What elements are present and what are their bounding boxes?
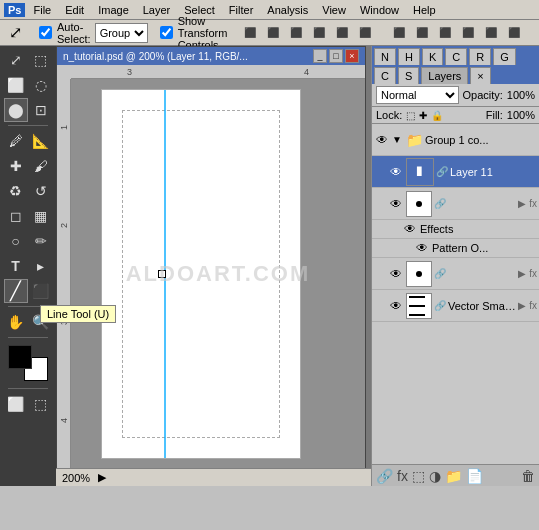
menu-view[interactable]: View bbox=[316, 2, 352, 18]
layer-sub1[interactable]: 👁 🔗 ▶ fx bbox=[372, 188, 539, 220]
new-layer-btn[interactable]: 📄 bbox=[466, 468, 483, 484]
tool-dodge[interactable]: ○ bbox=[4, 229, 28, 253]
align-middle-btn[interactable]: ⬛ bbox=[331, 24, 353, 41]
distribute-3-btn[interactable]: ⬛ bbox=[434, 24, 456, 41]
auto-select-checkbox[interactable] bbox=[39, 26, 52, 39]
canvas-minimize-btn[interactable]: _ bbox=[313, 49, 327, 63]
panel-tab-g[interactable]: G bbox=[493, 48, 516, 65]
lock-pixels-icon[interactable]: ⬚ bbox=[406, 110, 415, 121]
tool-artboard[interactable]: ⬚ bbox=[29, 48, 53, 72]
align-top-btn[interactable]: ⬛ bbox=[308, 24, 330, 41]
tool-pen[interactable]: ✏ bbox=[29, 229, 53, 253]
delete-layer-btn[interactable]: 🗑 bbox=[521, 468, 535, 484]
layers-list: 👁 ▼ 📁 Group 1 co... 👁 ▊ 🔗 Layer 11 👁 bbox=[372, 124, 539, 464]
show-transform-checkbox[interactable] bbox=[160, 26, 173, 39]
align-right-btn[interactable]: ⬛ bbox=[285, 24, 307, 41]
lock-all-icon[interactable]: 🔒 bbox=[431, 110, 443, 121]
layer-group1-eye[interactable]: 👁 bbox=[374, 132, 390, 148]
layer-11[interactable]: 👁 ▊ 🔗 Layer 11 bbox=[372, 156, 539, 188]
layer-sub2-fx: ▶ fx bbox=[518, 268, 537, 279]
layer-vector-thumb bbox=[406, 293, 432, 319]
ruler-v-1: 1 bbox=[59, 125, 69, 130]
layer-mask-btn[interactable]: ⬚ bbox=[412, 468, 425, 484]
effects-eye[interactable]: 👁 bbox=[404, 222, 416, 236]
tool-eyedropper[interactable]: 🖉 bbox=[4, 129, 28, 153]
tool-3d[interactable]: ⬛ bbox=[29, 279, 53, 303]
color-picker[interactable] bbox=[8, 345, 48, 381]
tool-screen-mode[interactable]: ⬚ bbox=[29, 392, 53, 416]
align-left-btn[interactable]: ⬛ bbox=[239, 24, 261, 41]
layer-vector-eye[interactable]: 👁 bbox=[388, 298, 404, 314]
panel-tab-c1[interactable]: C bbox=[445, 48, 467, 65]
tool-quick-select[interactable]: ⬤ bbox=[4, 98, 28, 122]
tool-crop[interactable]: ⊡ bbox=[29, 98, 53, 122]
layer-sub1-eye[interactable]: 👁 bbox=[388, 196, 404, 212]
blend-mode-select[interactable]: Normal bbox=[376, 86, 459, 104]
menu-window[interactable]: Window bbox=[354, 2, 405, 18]
canvas-close-btn[interactable]: × bbox=[345, 49, 359, 63]
panel-tab-n[interactable]: N bbox=[374, 48, 396, 65]
tool-clone[interactable]: ♻ bbox=[4, 179, 28, 203]
tool-gradient[interactable]: ▦ bbox=[29, 204, 53, 228]
panel-tab-c2[interactable]: C bbox=[374, 67, 396, 84]
panel-tab-layers[interactable]: Layers bbox=[421, 67, 468, 84]
new-group-btn[interactable]: 📁 bbox=[445, 468, 462, 484]
panel-tab-r[interactable]: R bbox=[469, 48, 491, 65]
distribute-2-btn[interactable]: ⬛ bbox=[411, 24, 433, 41]
align-bottom-btn[interactable]: ⬛ bbox=[354, 24, 376, 41]
tool-text[interactable]: T bbox=[4, 254, 28, 278]
tool-move[interactable]: ⤢ bbox=[4, 48, 28, 72]
menu-filter[interactable]: Filter bbox=[223, 2, 259, 18]
distribute-6-btn[interactable]: ⬛ bbox=[503, 24, 525, 41]
layer-sub1-fx: ▶ fx bbox=[518, 198, 537, 209]
tool-eraser[interactable]: ◻ bbox=[4, 204, 28, 228]
tool-brush[interactable]: 🖌 bbox=[29, 154, 53, 178]
layer-sub2-eye[interactable]: 👁 bbox=[388, 266, 404, 282]
zoom-level: 200% bbox=[62, 472, 90, 484]
tool-history[interactable]: ↺ bbox=[29, 179, 53, 203]
panel-tab-h[interactable]: H bbox=[398, 48, 420, 65]
tool-ruler[interactable]: 📐 bbox=[29, 129, 53, 153]
tool-path-select[interactable]: ▸ bbox=[29, 254, 53, 278]
foreground-color[interactable] bbox=[8, 345, 32, 369]
menu-help[interactable]: Help bbox=[407, 2, 442, 18]
toolbox-div-3 bbox=[8, 337, 48, 338]
panel-tab-close[interactable]: × bbox=[470, 67, 490, 84]
layer-sub1-thumb bbox=[406, 191, 432, 217]
tool-marquee[interactable]: ⬜ bbox=[4, 73, 28, 97]
menu-ps[interactable]: Ps bbox=[4, 3, 25, 17]
tool-quick-mask[interactable]: ⬜ bbox=[4, 392, 28, 416]
distribute-4-btn[interactable]: ⬛ bbox=[457, 24, 479, 41]
move-tool-icon[interactable]: ⤢ bbox=[4, 20, 27, 45]
lock-position-icon[interactable]: ✚ bbox=[419, 110, 427, 121]
canvas-maximize-btn[interactable]: □ bbox=[329, 49, 343, 63]
tool-healing[interactable]: ✚ bbox=[4, 154, 28, 178]
canvas-titlebar[interactable]: n_tutorial.psd @ 200% (Layer 11, RGB/...… bbox=[57, 47, 365, 65]
transform-handle[interactable] bbox=[158, 270, 166, 278]
distribute-5-btn[interactable]: ⬛ bbox=[480, 24, 502, 41]
pattern-eye[interactable]: 👁 bbox=[416, 241, 428, 255]
distribute-1-btn[interactable]: ⬛ bbox=[388, 24, 410, 41]
align-center-btn[interactable]: ⬛ bbox=[262, 24, 284, 41]
link-layers-btn[interactable]: 🔗 bbox=[376, 468, 393, 484]
menu-edit[interactable]: Edit bbox=[59, 2, 90, 18]
layer-11-eye[interactable]: 👁 bbox=[388, 164, 404, 180]
tool-lasso[interactable]: ◌ bbox=[29, 73, 53, 97]
layer-group1[interactable]: 👁 ▼ 📁 Group 1 co... bbox=[372, 124, 539, 156]
panel-tab-k[interactable]: K bbox=[422, 48, 443, 65]
layer-group1-expand[interactable]: ▼ bbox=[392, 134, 402, 145]
menu-analysis[interactable]: Analysis bbox=[261, 2, 314, 18]
layer-vector[interactable]: 👁 🔗 Vector Smar... ▶ fx bbox=[372, 290, 539, 322]
layer-style-btn[interactable]: fx bbox=[397, 468, 408, 484]
menu-image[interactable]: Image bbox=[92, 2, 135, 18]
tool-hand[interactable]: ✋ bbox=[4, 310, 28, 334]
tool-line[interactable]: ╱ bbox=[4, 279, 28, 303]
toolbox-div-1 bbox=[8, 125, 48, 126]
layer-sub2[interactable]: 👁 🔗 ▶ fx bbox=[372, 258, 539, 290]
auto-select-dropdown[interactable]: Group bbox=[95, 23, 148, 43]
adjustment-btn[interactable]: ◑ bbox=[429, 468, 441, 484]
canvas-window: n_tutorial.psd @ 200% (Layer 11, RGB/...… bbox=[56, 46, 366, 470]
panel-tab-s[interactable]: S bbox=[398, 67, 419, 84]
canvas-content[interactable]: ALDOART.COM bbox=[71, 79, 365, 469]
menu-file[interactable]: File bbox=[27, 2, 57, 18]
